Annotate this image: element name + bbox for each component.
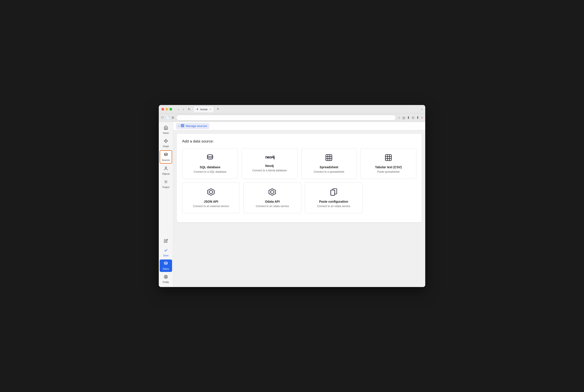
tab-close-x[interactable]: × <box>178 125 179 128</box>
svg-rect-15 <box>181 125 184 126</box>
spreadsheet-title: Spreadsheet <box>320 165 338 169</box>
doc-icon: 📄 <box>166 116 170 120</box>
tab-title: Acme <box>200 108 207 111</box>
cards-row-1: SQL database Connect to a SQL database ∙… <box>182 148 416 179</box>
settings-icon: ⚙ <box>171 116 174 120</box>
card-paste-config[interactable]: Paste configuration Connect to an odata … <box>305 182 363 213</box>
svg-marker-32 <box>271 190 274 194</box>
sidebar-objects-label: Objects <box>162 173 170 175</box>
card-csv[interactable]: Tabular text (CSV) Paste spreadsheet <box>360 148 416 179</box>
sidebar-item-home[interactable]: Home <box>160 124 172 136</box>
card-neo4j[interactable]: ∙neo4j Neo4j Connect to a Neo4j database <box>242 148 298 179</box>
sources-icon <box>164 152 168 158</box>
svg-point-9 <box>165 167 167 168</box>
svg-marker-29 <box>209 190 213 194</box>
sidebar-item-sources[interactable]: Sources <box>160 150 172 164</box>
profile-icon <box>164 274 168 280</box>
card-odata-api[interactable]: Odata API Connect to an odata service <box>243 182 301 213</box>
close-window-button[interactable] <box>161 108 164 110</box>
empty-placeholder <box>366 182 416 213</box>
url-input[interactable] <box>176 115 396 120</box>
sidebar-done-label: Done <box>163 254 169 257</box>
json-api-icon <box>207 188 215 198</box>
json-api-desc: Connect to an external service <box>193 205 229 208</box>
page-tabbar: × Manage sources <box>173 122 425 130</box>
titlebar: ‹ › ↻ ✦ Acme × + › <box>159 105 425 114</box>
svg-point-13 <box>165 276 167 277</box>
sidebar-item-done[interactable]: Done <box>160 246 172 258</box>
svg-marker-31 <box>269 189 276 195</box>
svg-rect-34 <box>331 190 335 195</box>
sidebar-item-profile[interactable]: Profile <box>160 273 172 285</box>
maximize-window-button[interactable] <box>169 108 172 110</box>
chevron-button[interactable]: › <box>421 108 423 111</box>
svg-point-11 <box>164 262 167 263</box>
odata-api-icon <box>268 188 276 198</box>
objects-icon <box>164 166 168 172</box>
download-icon[interactable]: ⬇ <box>407 116 410 120</box>
sidebar-item-status[interactable]: Status <box>160 260 172 272</box>
sidebar-project-label: Project <box>162 186 169 188</box>
spreadsheet-icon <box>325 154 333 163</box>
forward-button[interactable]: › <box>182 106 185 112</box>
sidebar-graph-label: Graph <box>163 145 169 148</box>
graph-icon <box>164 139 168 144</box>
menu-icon[interactable]: ≡ <box>421 116 423 120</box>
csv-title: Tabular text (CSV) <box>375 165 402 169</box>
sql-desc: Connect to a SQL database <box>194 170 227 173</box>
sidebar-item-graph[interactable]: Graph <box>160 137 172 150</box>
sidebar-status-label: Status <box>163 268 169 270</box>
spreadsheet-desc: Connect to a spreadsheet <box>314 170 344 173</box>
paste-config-desc: Connect to an odata service <box>317 205 350 208</box>
sidebar-home-label: Home <box>163 132 169 134</box>
tab-close-button[interactable]: × <box>210 108 211 110</box>
odata-api-desc: Connect to an odata service <box>256 205 289 208</box>
reload-button[interactable]: ↻ <box>187 106 192 112</box>
shield-icon: 🛡 <box>161 116 164 120</box>
status-icon <box>164 261 168 267</box>
tab-db-icon <box>181 124 184 128</box>
new-tab-button[interactable]: + <box>215 107 221 112</box>
card-spreadsheet[interactable]: Spreadsheet Connect to a spreadsheet <box>301 148 357 179</box>
pocket-icon[interactable]: ◎ <box>402 116 405 120</box>
traffic-lights <box>161 108 172 110</box>
browser-window: ‹ › ↻ ✦ Acme × + › 🛡 📄 ⚙ ☆ ◎ ⬇ ⊙ ⬆ ≡ <box>159 105 425 287</box>
cards-row-2: JSON API Connect to an external service … <box>182 182 416 213</box>
sql-title: SQL database <box>200 165 220 169</box>
main-panel: Add a data source: SQL database <box>177 134 422 222</box>
sidebar-item-project[interactable]: Project <box>160 178 172 190</box>
svg-point-0 <box>164 140 165 141</box>
sidebar-item-objects[interactable]: Objects <box>160 164 172 177</box>
svg-point-8 <box>164 153 167 154</box>
paste-config-icon <box>330 188 338 198</box>
svg-rect-16 <box>181 126 184 127</box>
csv-icon <box>384 154 392 163</box>
csv-desc: Paste spreadsheet <box>377 170 399 173</box>
back-button[interactable]: ‹ <box>177 106 180 112</box>
sidebar-profile-label: Profile <box>163 281 169 284</box>
sidebar-sources-label: Sources <box>162 159 170 161</box>
edit-icon <box>164 239 168 244</box>
browser-tab[interactable]: ✦ Acme × <box>193 106 214 112</box>
sidebar: Home Graph <box>159 122 173 287</box>
card-json-api[interactable]: JSON API Connect to an external service <box>182 182 240 213</box>
sidebar-item-edit[interactable] <box>160 237 172 246</box>
bookmark-icon[interactable]: ☆ <box>398 116 401 120</box>
manage-sources-tab[interactable]: × Manage sources <box>176 123 209 129</box>
minimize-window-button[interactable] <box>165 108 168 110</box>
account-icon[interactable]: ⊙ <box>412 116 415 120</box>
done-icon <box>164 248 168 254</box>
tab-icon: ✦ <box>196 108 199 111</box>
browser-content: Home Graph <box>159 122 425 287</box>
svg-point-10 <box>165 181 167 182</box>
page-content: × Manage sources Add a data source: <box>173 122 425 287</box>
svg-marker-28 <box>208 189 214 195</box>
svg-rect-23 <box>385 155 391 161</box>
sql-icon <box>206 154 214 163</box>
neo4j-desc: Connect to a Neo4j database <box>252 169 287 172</box>
svg-rect-18 <box>326 155 332 161</box>
card-sql-database[interactable]: SQL database Connect to a SQL database <box>182 148 238 179</box>
share-icon[interactable]: ⬆ <box>416 116 419 120</box>
paste-config-title: Paste configuration <box>319 200 348 203</box>
address-bar: 🛡 📄 ⚙ ☆ ◎ ⬇ ⊙ ⬆ ≡ <box>159 114 425 122</box>
